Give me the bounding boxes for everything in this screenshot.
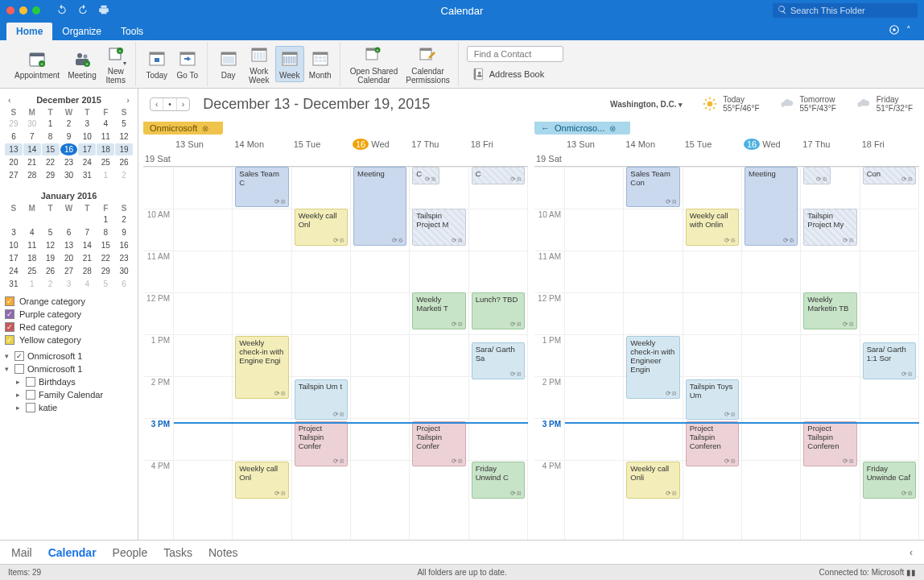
calendar-tree-node[interactable]: ▾ ✓ Onmicrosoft 1 <box>5 350 133 362</box>
mini-day[interactable]: 21 <box>78 252 96 264</box>
nav-more-icon[interactable]: ‹ <box>910 547 913 558</box>
mini-day[interactable]: 20 <box>5 156 23 168</box>
mini-day[interactable]: 10 <box>78 130 96 143</box>
mini-day[interactable]: 8 <box>42 130 60 143</box>
mini-day[interactable]: 18 <box>97 143 114 155</box>
module-tasks[interactable]: Tasks <box>163 546 192 559</box>
mini-day[interactable]: 19 <box>115 143 133 155</box>
mini-day[interactable]: 13 <box>60 239 78 251</box>
mini-day[interactable] <box>23 213 41 226</box>
mini-day[interactable]: 29 <box>97 265 114 277</box>
calendar-event[interactable]: Weekly check-in with Engine Engi⟳⛭ <box>235 336 288 399</box>
mini-day[interactable]: 23 <box>115 252 133 264</box>
tab-organize[interactable]: Organize <box>52 23 111 40</box>
mini-day[interactable]: 22 <box>42 156 60 168</box>
mini-day[interactable]: 24 <box>5 265 23 277</box>
appointment-button[interactable]: +Appointment <box>11 47 63 81</box>
mini-day[interactable]: 29 <box>5 118 23 130</box>
mini-day[interactable] <box>42 213 60 226</box>
mini-day[interactable]: 3 <box>78 118 96 130</box>
calendar-tree-node[interactable]: ▾ Onmicrosoft 1 <box>5 362 133 375</box>
disclosure-triangle-icon[interactable]: ▾ <box>5 352 11 360</box>
mini-day[interactable]: 31 <box>78 169 96 181</box>
next-week-button[interactable]: › <box>177 98 189 110</box>
day-header[interactable]: 15 Tue <box>292 137 351 151</box>
calendar-event[interactable]: Tailspin Um t⟳⛭ <box>295 379 348 420</box>
calendar-event[interactable]: Meeting⟳⛭ <box>353 167 406 246</box>
calendar-tree-child[interactable]: ▸ Birthdays <box>5 375 133 388</box>
disclosure-triangle-icon[interactable]: ▸ <box>16 378 23 386</box>
calendar-event[interactable]: Meeting⟳⛭ <box>745 167 798 246</box>
disclosure-triangle-icon[interactable]: ▾ <box>5 365 11 373</box>
mini-day[interactable]: 6 <box>5 130 23 143</box>
category-item[interactable]: ✓ Purple category <box>5 308 133 321</box>
mini-day[interactable]: 31 <box>5 278 23 290</box>
calendar-event[interactable]: Project Tailspin Conferen⟳⛭ <box>803 421 856 466</box>
mini-day[interactable]: 2 <box>42 278 60 290</box>
mini-day[interactable]: 1 <box>97 213 114 226</box>
calendar-event[interactable]: Tailspin Toys Um⟳⛭ <box>686 379 739 420</box>
day-column[interactable]: Sales Team Con⟳⛭Weekly check-in with Eng… <box>624 167 683 540</box>
today-pill-button[interactable]: • <box>163 98 177 110</box>
day-column[interactable]: C⟳⛭Tailspin Project M⟳⛭Weekly Marketi T⟳… <box>410 167 468 540</box>
mini-day[interactable]: 20 <box>60 252 78 264</box>
week-view-button[interactable]: Week <box>275 46 304 82</box>
calendar-event[interactable]: Lunch? TBD⟳⛭ <box>472 292 525 329</box>
mini-day[interactable]: 7 <box>23 130 41 143</box>
mini-day[interactable]: 30 <box>60 169 78 181</box>
mini-day[interactable]: 12 <box>115 130 133 143</box>
mini-prev-month[interactable]: ‹ <box>5 95 14 105</box>
back-icon[interactable]: ← <box>541 123 550 133</box>
mini-day[interactable]: 22 <box>97 252 114 264</box>
search-box[interactable] <box>773 3 918 18</box>
weather-day[interactable]: Today55°F/46°F <box>702 95 759 113</box>
disclosure-triangle-icon[interactable]: ▸ <box>16 391 23 399</box>
mini-day[interactable]: 28 <box>23 169 41 181</box>
mini-day[interactable]: 2 <box>60 118 78 130</box>
calendar-event[interactable]: Weekly call with Onlin⟳⛭ <box>686 209 739 246</box>
day-header[interactable]: 18 Fri <box>860 137 919 151</box>
mini-day[interactable]: 8 <box>97 226 114 238</box>
mini-day[interactable]: 1 <box>97 169 114 181</box>
checkbox-icon[interactable] <box>26 377 35 387</box>
mini-day[interactable]: 2 <box>115 213 133 226</box>
mini-day[interactable]: 30 <box>23 118 41 130</box>
mini-day[interactable]: 4 <box>23 226 41 238</box>
mini-day[interactable]: 9 <box>60 130 78 143</box>
day-view-button[interactable]: Day <box>214 47 243 81</box>
calendar-event[interactable]: Tailspin Project M⟳⛭ <box>412 209 465 246</box>
day-header[interactable]: 15 Tue <box>683 137 742 151</box>
mini-day[interactable]: 14 <box>23 143 41 155</box>
close-icon[interactable]: ⊗ <box>202 124 208 133</box>
calendar-event[interactable]: Weekly call Onli⟳⛭ <box>626 462 679 499</box>
calendar-event[interactable]: Friday Unwind C⟳⛭ <box>472 462 525 499</box>
mini-day[interactable] <box>78 213 96 226</box>
checkbox-icon[interactable] <box>26 390 35 400</box>
mini-day[interactable]: 11 <box>23 239 41 251</box>
day-header[interactable]: 14 Mon <box>233 137 291 151</box>
calendar-event[interactable]: Project Tailspin Conferen⟳⛭ <box>686 421 739 466</box>
tab-tools[interactable]: Tools <box>111 23 153 40</box>
mini-day[interactable]: 1 <box>23 278 41 290</box>
mini-day[interactable]: 14 <box>78 239 96 251</box>
day-column[interactable]: ⟳⛭Tailspin Project My⟳⛭Weekly Marketin T… <box>801 167 860 540</box>
calendar-event[interactable]: Sales Team C⟳⛭ <box>235 167 288 207</box>
checkbox-icon[interactable]: ✓ <box>5 296 14 306</box>
day-header[interactable]: 17 Thu <box>801 137 860 151</box>
checkbox-icon[interactable]: ✓ <box>5 322 14 332</box>
calendar-tree-child[interactable]: ▸ katie <box>5 401 133 414</box>
mini-day[interactable]: 24 <box>78 156 96 168</box>
day-header[interactable]: 13 Sun <box>174 137 233 151</box>
mini-day[interactable]: 3 <box>60 278 78 290</box>
pane-tab-chip[interactable]: ←Onmicroso...⊗ <box>534 122 630 135</box>
work-week-view-button[interactable]: Work Week <box>245 43 274 86</box>
mini-day[interactable]: 17 <box>78 143 96 155</box>
open-shared-calendar-button[interactable]: +Open Shared Calendar <box>347 43 402 86</box>
prev-week-button[interactable]: ‹ <box>151 98 163 110</box>
mini-day[interactable]: 27 <box>60 265 78 277</box>
mini-day[interactable]: 18 <box>23 252 41 264</box>
mini-day[interactable]: 15 <box>97 239 114 251</box>
calendar-event[interactable]: Weekly call Onl⟳⛭ <box>235 462 288 499</box>
mini-day[interactable]: 21 <box>23 156 41 168</box>
mini-day[interactable]: 13 <box>5 143 23 155</box>
